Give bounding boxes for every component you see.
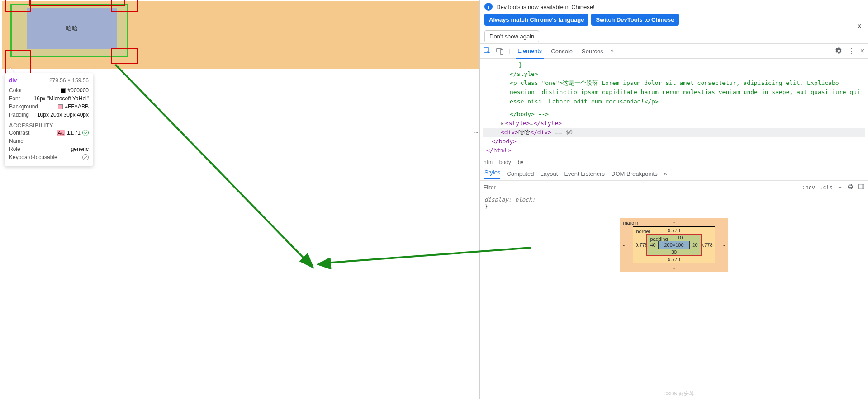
annotation-box	[5, 0, 31, 12]
inspected-text: 哈哈	[66, 24, 78, 33]
inspect-icon[interactable]	[484, 47, 491, 55]
tooltip-label: Color	[9, 87, 22, 94]
code-line: </body> -->	[483, 110, 865, 119]
not-allowed-icon	[82, 154, 89, 160]
hov-toggle[interactable]: :hov	[802, 184, 815, 191]
devtools-toolbar: | Elements Console Sources » ⋮ ×	[480, 43, 868, 59]
tooltip-label: Role	[9, 146, 20, 152]
tab-computed[interactable]: Computed	[507, 170, 534, 177]
dont-show-button[interactable]: Don't show again	[484, 30, 539, 42]
annotation-box	[111, 0, 138, 12]
code-line[interactable]: ▸<style>…</style>	[483, 119, 865, 128]
styles-tabbar: Styles Computed Layout Event Listeners D…	[480, 167, 868, 181]
svg-line-0	[115, 65, 308, 262]
annotation-box	[111, 48, 138, 64]
tab-layout[interactable]: Layout	[540, 170, 558, 177]
inspected-element-overlay[interactable]: 哈哈	[10, 0, 129, 68]
tab-dom-breakpoints[interactable]: DOM Breakpoints	[611, 170, 658, 177]
kebab-icon[interactable]: ⋮	[848, 47, 855, 56]
cls-toggle[interactable]: .cls	[820, 184, 833, 191]
tooltip-bg: #FFAABB	[58, 103, 89, 110]
svg-rect-8	[849, 184, 851, 186]
code-line[interactable]: </body>	[483, 137, 865, 146]
close-devtools-icon[interactable]: ×	[860, 47, 864, 55]
tooltip-dim: 279.56 × 159.56	[49, 77, 89, 84]
selected-dom-node[interactable]: ⋯<div>哈哈</div> == $0	[483, 128, 865, 137]
bm-content[interactable]: 200×100	[658, 241, 689, 249]
tooltip-tag: div	[9, 77, 17, 84]
tab-event-listeners[interactable]: Event Listeners	[564, 170, 605, 177]
code-line[interactable]: <p class="one">这是一个段落 Lorem ipsum dolor …	[483, 79, 865, 106]
code-line: </style>	[483, 70, 865, 79]
tooltip-label: Keyboard-focusable	[9, 154, 57, 160]
close-icon[interactable]: ×	[857, 22, 862, 31]
tab-styles[interactable]: Styles	[484, 169, 500, 179]
breadcrumb-body[interactable]: body	[499, 159, 511, 165]
gear-icon[interactable]	[835, 47, 842, 56]
code-line: }	[483, 61, 865, 70]
styles-filter-row: :hov .cls ＋	[480, 181, 868, 194]
dom-tree[interactable]: } </style> <p class="one">这是一个段落 Lorem i…	[480, 59, 868, 157]
tooltip-contrast: Aa11.71	[57, 130, 89, 136]
annotation-arrow	[317, 244, 534, 280]
bm-margin-label: margin	[623, 220, 638, 225]
breadcrumb-html[interactable]: html	[484, 159, 494, 165]
tooltip-pointer	[6, 68, 14, 73]
tooltip-color: #000000	[61, 87, 89, 94]
inspect-tooltip: div 279.56 × 159.56 Color#000000 Font16p…	[5, 73, 93, 166]
breadcrumb[interactable]: html body div	[480, 157, 868, 167]
more-tabs-icon[interactable]: »	[664, 170, 667, 177]
more-tabs-icon[interactable]: »	[611, 48, 614, 54]
style-rule[interactable]: display: block; }	[480, 194, 868, 211]
match-language-button[interactable]: Always match Chrome's language	[484, 14, 588, 26]
style-close: }	[484, 203, 863, 210]
tab-console[interactable]: Console	[549, 44, 574, 58]
bm-border-label: border	[636, 229, 650, 234]
print-icon[interactable]	[847, 183, 854, 191]
tooltip-label: Font	[9, 95, 20, 102]
tooltip-kf	[82, 154, 89, 160]
check-icon	[82, 130, 89, 136]
tooltip-font: 16px "Microsoft YaHei"	[34, 95, 89, 102]
devtools-panel: i DevTools is now available in Chinese! …	[479, 0, 868, 399]
style-declaration[interactable]: display: block;	[484, 196, 536, 203]
tooltip-label: Name	[9, 138, 24, 144]
tooltip-padding: 10px 20px 30px 40px	[37, 112, 89, 118]
device-toggle-icon[interactable]	[496, 47, 503, 55]
svg-rect-6	[500, 50, 503, 54]
tooltip-label: Contrast	[9, 130, 29, 136]
watermark: CSDN @安苒_	[663, 390, 697, 397]
tooltip-role: generic	[71, 146, 89, 152]
switch-language-button[interactable]: Switch DevTools to Chinese	[591, 14, 678, 26]
annotation-arrow	[113, 63, 317, 271]
tooltip-label: Background	[9, 103, 38, 110]
box-model[interactable]: margin - - - - border 9.778 9.778 9.778 …	[480, 211, 868, 276]
lang-info-text: DevTools is now available in Chinese!	[496, 4, 595, 10]
new-style-icon[interactable]: ＋	[837, 183, 843, 191]
styles-filter-input[interactable]	[484, 184, 797, 191]
tab-sources[interactable]: Sources	[580, 44, 605, 58]
svg-marker-3	[317, 258, 331, 269]
tab-elements[interactable]: Elements	[516, 44, 544, 59]
breadcrumb-div[interactable]: div	[517, 159, 523, 165]
tooltip-label: Padding	[9, 112, 29, 118]
info-icon: i	[484, 3, 493, 11]
svg-line-2	[326, 248, 531, 263]
tooltip-a11y-header: ACCESSIBILITY	[9, 122, 89, 129]
inspected-element[interactable]: 哈哈	[27, 8, 117, 49]
svg-rect-10	[859, 184, 864, 189]
code-line[interactable]: </html>	[483, 146, 865, 155]
toggle-sidebar-icon[interactable]	[858, 183, 864, 191]
